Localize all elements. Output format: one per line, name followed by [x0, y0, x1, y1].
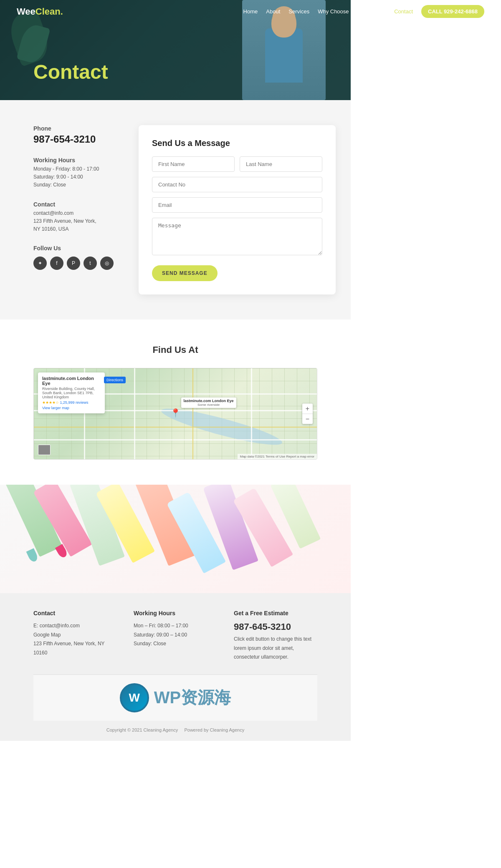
contact-address2: NY 10160, USA: [33, 225, 114, 233]
nav-home[interactable]: Home: [243, 8, 258, 15]
map-footer: Map data ©2021 Terms of Use Report a map…: [238, 454, 317, 459]
site-logo[interactable]: WeeClean.: [17, 6, 63, 17]
footer-bottom: Copyright © 2021 Cleaning Agency Powered…: [33, 721, 317, 732]
contact-no-input[interactable]: [152, 177, 322, 192]
wp-logo-icon: W: [120, 683, 149, 712]
copyright-text: Copyright © 2021 Cleaning Agency: [106, 727, 178, 732]
hours-saturday: Saturday: 9:00 - 14:00: [33, 173, 114, 181]
map-container[interactable]: lastminute.com London Eye Riverside Buil…: [33, 368, 317, 460]
footer-estimate-col: Get a Free Estimate 987-645-3210 Click e…: [234, 610, 317, 662]
map-stars: ★★★★☆ 1,25,999 reviews: [42, 400, 101, 405]
contact-email: contact@info.com: [33, 209, 114, 217]
footer-address: 123 Fifth Avenue, New York, NY 10160: [33, 639, 117, 657]
supplies-section: [0, 485, 351, 593]
footer-hours-sunday: Sunday: Close: [134, 639, 217, 649]
footer-columns: Contact E: contact@info.com Google Map 1…: [33, 610, 317, 675]
map-reviews: 1,25,999 reviews: [60, 400, 89, 405]
map-place-name: lastminute.com London Eye: [42, 376, 101, 386]
map-label: lastminute.com London Eye Some riverside: [181, 398, 236, 408]
footer-hours-col: Working Hours Mon – Fri: 08:00 – 17:00 S…: [134, 610, 217, 662]
social-instagram-icon[interactable]: ◎: [100, 257, 114, 270]
contact-form-card: Send Us a Message SEND MESSAGE: [139, 125, 336, 294]
follow-us-label: Follow Us: [33, 245, 114, 252]
markers-display: [0, 485, 351, 593]
map-pin: 📍: [170, 408, 181, 418]
map-zoom-controls: + −: [302, 404, 313, 424]
footer-contact-title: Contact: [33, 610, 117, 616]
footer-contact-col: Contact E: contact@info.com Google Map 1…: [33, 610, 117, 662]
contact-info-panel: Phone 987-654-3210 Working Hours Monday …: [33, 125, 114, 270]
contact-address1: 123 Fifth Avenue, New York,: [33, 217, 114, 225]
follow-us-block: Follow Us ✦ f P t ◎: [33, 245, 114, 270]
hours-sunday: Sunday: Close: [33, 181, 114, 189]
working-hours-label: Working Hours: [33, 157, 114, 164]
nav-links: Home About Services Why Choose Us Review…: [243, 5, 351, 18]
message-textarea[interactable]: [152, 218, 322, 255]
nav-about[interactable]: About: [266, 8, 280, 15]
map-address: Riverside Building, County Hall, South B…: [42, 387, 101, 399]
working-hours-block: Working Hours Monday - Friday: 8:00 - 17…: [33, 157, 114, 189]
footer-estimate-phone: 987-645-3210: [234, 621, 317, 632]
form-title: Send Us a Message: [152, 138, 322, 148]
footer-estimate-desc: Click edit button to change this text lo…: [234, 635, 317, 662]
map-thumbnail: [38, 445, 51, 455]
name-row: [152, 156, 322, 172]
social-icons: ✦ f P t ◎: [33, 257, 114, 270]
social-pinterest-icon[interactable]: P: [67, 257, 80, 270]
social-facebook-icon[interactable]: f: [50, 257, 63, 270]
powered-by-text: Powered by Cleaning Agency: [184, 727, 244, 732]
footer: Contact E: contact@info.com Google Map 1…: [0, 593, 351, 741]
last-name-input[interactable]: [240, 156, 322, 172]
nav-services[interactable]: Services: [288, 8, 309, 15]
map-info-box: lastminute.com London Eye Riverside Buil…: [38, 372, 105, 413]
hours-weekday: Monday - Friday: 8:00 - 17:00: [33, 165, 114, 173]
footer-google-map-link[interactable]: Google Map: [33, 631, 117, 640]
find-us-section: Find Us At lastminute.com London Eye Riv…: [0, 320, 351, 485]
map-zoom-out[interactable]: −: [302, 414, 313, 424]
wp-watermark: W WP资源海: [33, 675, 317, 721]
footer-hours-saturday: Saturday: 09:00 – 14:00: [134, 631, 217, 640]
contact-address-block: Contact contact@info.com 123 Fifth Avenu…: [33, 201, 114, 234]
footer-estimate-title: Get a Free Estimate: [234, 610, 317, 616]
footer-hours-title: Working Hours: [134, 610, 217, 616]
wp-text: WP资源海: [154, 686, 231, 709]
phone-block: Phone 987-654-3210: [33, 125, 114, 145]
map-background: lastminute.com London Eye Riverside Buil…: [34, 368, 317, 459]
find-us-title: Find Us At: [33, 345, 317, 355]
footer-email: E: contact@info.com: [33, 621, 117, 631]
view-larger-map-link[interactable]: View larger map: [42, 406, 101, 410]
email-field: [152, 197, 322, 213]
nav-why-choose-us[interactable]: Why Choose Us: [318, 8, 351, 15]
phone-number: 987-654-3210: [33, 133, 114, 145]
social-twitter-icon[interactable]: t: [84, 257, 97, 270]
first-name-input[interactable]: [152, 156, 235, 172]
map-zoom-in[interactable]: +: [302, 404, 313, 414]
email-input[interactable]: [152, 197, 322, 213]
contact-section: Phone 987-654-3210 Working Hours Monday …: [0, 100, 351, 320]
message-field: [152, 218, 322, 257]
phone-label: Phone: [33, 125, 114, 132]
contact-label: Contact: [33, 201, 114, 208]
hero-title: Contact: [33, 60, 108, 83]
contact-no-field: [152, 177, 322, 192]
directions-button[interactable]: Directions: [104, 377, 126, 383]
send-message-button[interactable]: SEND MESSAGE: [152, 265, 218, 281]
footer-hours-weekday: Mon – Fri: 08:00 – 17:00: [134, 621, 217, 631]
social-dribbble-icon[interactable]: ✦: [33, 257, 47, 270]
navbar: WeeClean. Home About Services Why Choose…: [0, 0, 351, 23]
